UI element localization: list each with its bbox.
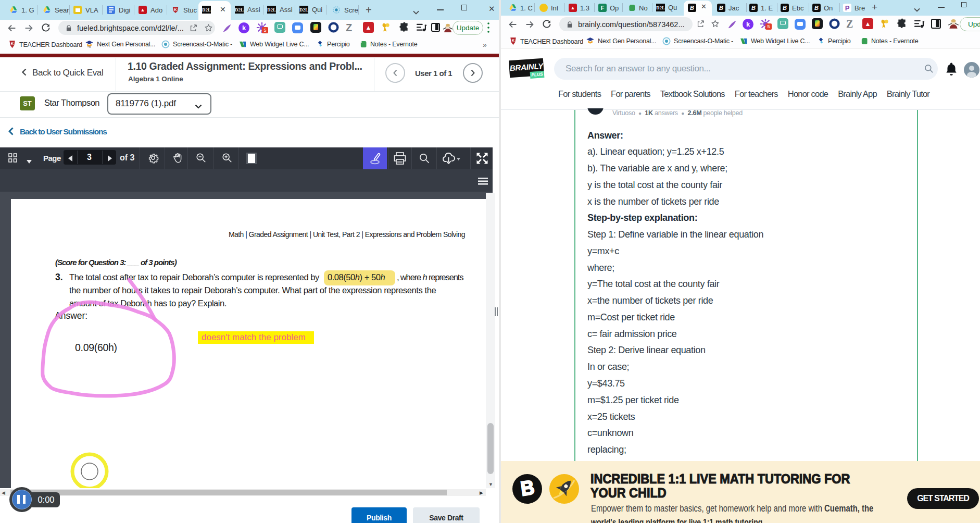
svg-text:ng: ng [87,45,91,48]
svg-text:K: K [174,7,177,12]
svg-text:K: K [512,38,515,43]
svg-text:K: K [11,41,14,46]
